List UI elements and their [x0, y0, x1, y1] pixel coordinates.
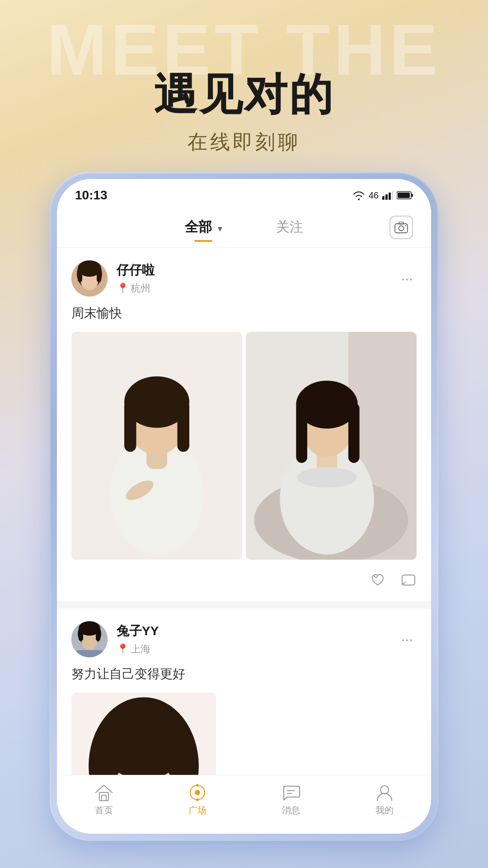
bottom-nav-label-square: 广场 [188, 804, 206, 816]
message-btn-1[interactable] [400, 572, 417, 589]
hero-title: 遇见对的 [154, 71, 334, 118]
svg-rect-3 [392, 191, 393, 200]
user-location-1: 📍 杭州 [117, 282, 155, 295]
status-time: 10:13 [75, 188, 108, 203]
svg-rect-23 [124, 401, 136, 452]
svg-point-32 [297, 467, 357, 487]
phone-container: 10:13 46 [50, 172, 438, 841]
bottom-nav-item-square[interactable]: 广场 [150, 783, 244, 816]
svg-point-65 [196, 798, 199, 801]
signal-icon [382, 191, 393, 200]
svg-point-54 [107, 725, 181, 780]
girl-turtleneck-image [246, 332, 417, 560]
avatar-2 [71, 621, 108, 657]
like-btn-1[interactable] [370, 572, 386, 589]
svg-rect-5 [411, 194, 413, 197]
user-info-1: 仔仔啦 📍 杭州 [71, 260, 155, 297]
post-image-1a [71, 332, 242, 560]
user-name-1: 仔仔啦 [117, 262, 155, 279]
svg-rect-1 [385, 194, 388, 200]
bottom-nav: 首页 广场 [57, 775, 431, 834]
user-name-2: 兔子YY [117, 623, 159, 640]
phone-outer: 10:13 46 [50, 172, 438, 841]
svg-rect-45 [76, 650, 103, 657]
status-bar: 10:13 46 [57, 179, 431, 207]
svg-rect-2 [389, 193, 391, 200]
svg-rect-44 [96, 628, 100, 641]
wifi-icon [352, 190, 365, 200]
girl-sitting-image [71, 332, 242, 560]
svg-rect-6 [398, 193, 410, 198]
battery-icon [397, 191, 413, 200]
signal-text: 46 [369, 190, 379, 201]
tab-all[interactable]: 全部 ▾ [167, 214, 239, 240]
svg-point-10 [405, 225, 407, 226]
user-name-block-1: 仔仔啦 📍 杭州 [117, 262, 155, 295]
messages-icon [281, 783, 301, 802]
status-icons: 46 [352, 190, 413, 201]
home-icon [94, 783, 114, 802]
svg-point-63 [195, 790, 200, 795]
dropdown-arrow-icon: ▾ [218, 224, 222, 233]
svg-rect-15 [78, 269, 82, 282]
bottom-nav-item-messages[interactable]: 消息 [244, 783, 338, 816]
post-card-1: 仔仔啦 📍 杭州 ··· 周末愉快 [57, 248, 431, 601]
user-name-block-2: 兔子YY 📍 上海 [117, 623, 159, 656]
user-info-2: 兔子YY 📍 上海 [71, 621, 159, 657]
bottom-nav-label-messages: 消息 [282, 804, 300, 816]
svg-point-64 [196, 784, 199, 787]
location-pin-icon-1: 📍 [117, 283, 129, 294]
phone-inner: 10:13 46 [57, 179, 431, 834]
post-actions-1 [71, 569, 417, 589]
svg-rect-60 [99, 793, 108, 801]
svg-rect-0 [382, 196, 385, 200]
post-header-1: 仔仔啦 📍 杭州 ··· [71, 260, 417, 297]
svg-rect-43 [79, 628, 83, 641]
svg-rect-24 [177, 401, 189, 452]
post-images-1 [71, 332, 417, 560]
user-location-2: 📍 上海 [117, 642, 159, 656]
svg-rect-16 [97, 269, 101, 282]
profile-icon [375, 783, 394, 802]
svg-rect-36 [348, 403, 360, 463]
post-card-2: 兔子YY 📍 上海 ··· 努力让自己变得更好 [57, 609, 431, 803]
tab-follow[interactable]: 关注 [258, 214, 321, 240]
like-icon-1 [370, 572, 386, 589]
svg-rect-61 [102, 795, 106, 801]
svg-point-8 [399, 226, 404, 231]
more-btn-1[interactable]: ··· [397, 269, 417, 289]
message-icon-1 [400, 572, 417, 589]
square-icon [188, 783, 207, 802]
feed-content[interactable]: 仔仔啦 📍 杭州 ··· 周末愉快 [57, 248, 431, 803]
bottom-nav-label-home: 首页 [95, 804, 113, 816]
camera-button[interactable] [389, 216, 413, 239]
post-image-1b [246, 332, 417, 560]
bottom-nav-item-profile[interactable]: 我的 [338, 783, 431, 816]
post-text-2: 努力让自己变得更好 [71, 665, 417, 684]
top-nav: 全部 ▾ 关注 [57, 207, 431, 248]
svg-rect-9 [399, 222, 404, 224]
avatar-1 [71, 260, 108, 297]
post-header-2: 兔子YY 📍 上海 ··· [71, 621, 417, 657]
post-text-1: 周末愉快 [71, 304, 417, 323]
hero-section: 遇见对的 在线即刻聊 [0, 0, 488, 190]
svg-point-68 [380, 786, 389, 794]
more-btn-2[interactable]: ··· [397, 629, 417, 650]
location-pin-icon-2: 📍 [117, 643, 129, 655]
hero-subtitle: 在线即刻聊 [188, 129, 300, 156]
bottom-nav-label-profile: 我的 [375, 804, 394, 816]
bottom-nav-item-home[interactable]: 首页 [57, 783, 150, 816]
camera-icon [394, 222, 408, 233]
svg-rect-35 [296, 403, 307, 463]
